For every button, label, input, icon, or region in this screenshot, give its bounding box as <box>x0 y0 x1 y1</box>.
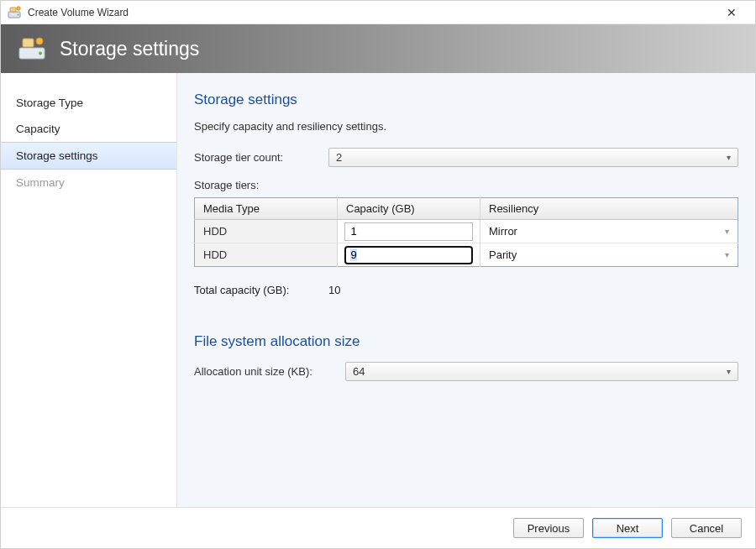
sidebar-item-summary: Summary <box>1 170 176 196</box>
resiliency-select[interactable]: Parity ▾ <box>480 243 738 266</box>
button-label: Cancel <box>690 522 723 535</box>
sidebar-item-capacity[interactable]: Capacity <box>1 116 176 142</box>
resiliency-value: Parity <box>489 248 517 261</box>
sidebar-item-storage-type[interactable]: Storage Type <box>1 90 176 116</box>
resiliency-cell: Parity ▾ <box>480 243 738 267</box>
chevron-down-icon: ▾ <box>725 227 729 236</box>
close-button[interactable]: ✕ <box>715 1 748 24</box>
media-type-cell: HDD <box>195 220 338 243</box>
next-button[interactable]: Next <box>592 518 663 538</box>
capacity-input[interactable] <box>344 222 472 241</box>
svg-point-3 <box>17 6 20 9</box>
cancel-button[interactable]: Cancel <box>671 518 742 538</box>
total-capacity-row: Total capacity (GB): 10 <box>194 284 738 296</box>
sidebar-item-label: Summary <box>16 176 65 189</box>
tier-count-value: 2 <box>336 151 342 164</box>
svg-point-7 <box>36 38 43 44</box>
section-title-storage: Storage settings <box>194 92 738 108</box>
section-hint: Specify capacity and resiliency settings… <box>194 120 738 133</box>
tier-count-label: Storage tier count: <box>194 151 328 164</box>
wizard-window: Create Volume Wizard ✕ Storage settings … <box>0 0 756 549</box>
resiliency-value: Mirror <box>489 225 517 238</box>
wizard-sidebar: Storage Type Capacity Storage settings S… <box>1 73 177 507</box>
svg-point-1 <box>18 13 19 15</box>
tier-count-row: Storage tier count: 2 ▾ <box>194 148 738 167</box>
sidebar-item-label: Capacity <box>16 123 60 135</box>
col-capacity: Capacity (GB) <box>338 198 480 220</box>
close-icon: ✕ <box>727 6 737 19</box>
chevron-down-icon: ▾ <box>727 153 731 162</box>
sidebar-item-label: Storage Type <box>16 97 83 109</box>
previous-button[interactable]: Previous <box>513 518 584 538</box>
sidebar-item-storage-settings[interactable]: Storage settings <box>1 142 176 170</box>
wizard-main: Storage settings Specify capacity and re… <box>177 73 755 507</box>
allocation-select[interactable]: 64 ▾ <box>345 362 738 381</box>
header-banner: Storage settings <box>1 24 755 73</box>
media-type-cell: HDD <box>195 243 338 267</box>
col-resiliency: Resiliency <box>480 198 738 220</box>
table-row: HDD Parity ▾ <box>195 243 738 267</box>
window-title: Create Volume Wizard <box>28 7 715 18</box>
disk-banner-icon <box>18 36 48 61</box>
capacity-cell <box>338 243 480 267</box>
storage-tiers-table: Media Type Capacity (GB) Resiliency HDD <box>194 197 738 267</box>
svg-point-5 <box>39 52 42 55</box>
capacity-cell <box>338 220 480 243</box>
chevron-down-icon: ▾ <box>725 250 729 259</box>
tier-count-select[interactable]: 2 ▾ <box>328 148 738 167</box>
tiers-label: Storage tiers: <box>194 179 738 191</box>
resiliency-select[interactable]: Mirror ▾ <box>480 220 738 243</box>
wizard-footer: Previous Next Cancel <box>1 508 755 548</box>
total-capacity-value: 10 <box>328 284 340 296</box>
disk-wizard-icon <box>8 6 23 19</box>
section-title-allocation: File system allocation size <box>194 333 738 350</box>
sidebar-item-label: Storage settings <box>16 149 98 162</box>
banner-title: Storage settings <box>60 38 199 60</box>
button-label: Next <box>617 522 639 535</box>
capacity-input[interactable] <box>344 246 472 264</box>
chevron-down-icon: ▾ <box>727 367 731 376</box>
allocation-label: Allocation unit size (KB): <box>194 365 345 378</box>
svg-rect-2 <box>10 8 16 12</box>
resiliency-cell: Mirror ▾ <box>480 220 738 243</box>
wizard-body: Storage Type Capacity Storage settings S… <box>1 73 755 508</box>
allocation-value: 64 <box>353 365 365 378</box>
table-row: HDD Mirror ▾ <box>195 220 738 243</box>
button-label: Previous <box>528 522 570 535</box>
col-media-type: Media Type <box>195 198 338 220</box>
titlebar: Create Volume Wizard ✕ <box>1 1 755 24</box>
total-capacity-label: Total capacity (GB): <box>194 284 328 296</box>
svg-rect-6 <box>23 39 34 47</box>
allocation-row: Allocation unit size (KB): 64 ▾ <box>194 362 738 381</box>
